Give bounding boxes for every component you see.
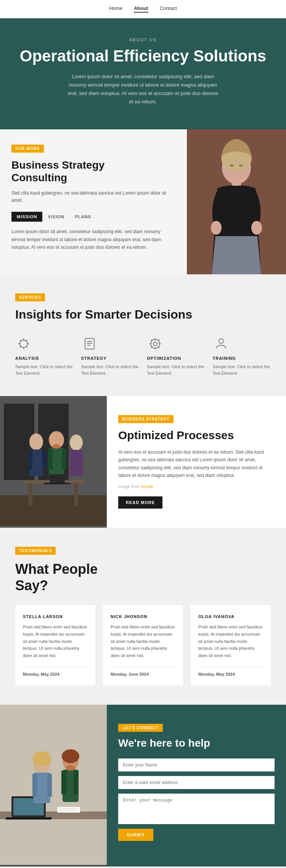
svg-point-3 bbox=[211, 221, 222, 235]
tab-mission[interactable]: MISSION bbox=[11, 212, 42, 222]
nav-home[interactable]: Home bbox=[109, 5, 122, 13]
message-input[interactable] bbox=[118, 794, 275, 824]
tab-vision[interactable]: VISION bbox=[42, 212, 69, 222]
contact-form: SUBMIT bbox=[118, 758, 275, 841]
submit-button[interactable]: SUBMIT bbox=[118, 829, 153, 841]
svg-point-41 bbox=[70, 435, 83, 451]
about-label: ABOUT US bbox=[11, 37, 275, 42]
service-strategy-desc: Sample text. Click to select the Text El… bbox=[81, 364, 140, 377]
svg-rect-34 bbox=[29, 450, 32, 469]
testimonial-text-2: Proin sed libero enim sed faucibus turpi… bbox=[198, 623, 263, 659]
hero-section: ABOUT US Operational Efficiency Solution… bbox=[0, 18, 286, 129]
svg-rect-31 bbox=[74, 483, 78, 506]
svg-line-15 bbox=[26, 340, 27, 341]
svg-point-4 bbox=[251, 221, 262, 235]
svg-rect-35 bbox=[42, 450, 46, 469]
svg-point-21 bbox=[153, 342, 157, 346]
service-training: TRAINING Sample text. Click to select th… bbox=[213, 335, 271, 377]
svg-rect-46 bbox=[0, 705, 107, 865]
services-badge: SERVICES bbox=[15, 293, 45, 301]
testimonials-badge: TESTIMONIALS bbox=[15, 547, 56, 555]
service-optimization-desc: Sample text. Click to select the Text El… bbox=[147, 364, 205, 377]
testimonial-date-1: Monday, June 2024 bbox=[111, 672, 175, 676]
services-title: Insights for Smarter Decisions bbox=[15, 308, 271, 322]
person-illustration bbox=[187, 129, 286, 274]
svg-point-7 bbox=[239, 164, 243, 167]
read-more-button[interactable]: READ MORE bbox=[118, 496, 162, 509]
our-work-content: OUR WORK Business Strategy Consulting St… bbox=[0, 129, 187, 274]
optimization-icon bbox=[147, 335, 164, 352]
svg-rect-44 bbox=[44, 483, 71, 484]
svg-rect-43 bbox=[50, 474, 65, 484]
name-input[interactable] bbox=[118, 758, 275, 771]
testimonial-date-2: Monday, May 2024 bbox=[198, 672, 263, 676]
svg-line-16 bbox=[20, 346, 21, 347]
svg-rect-17 bbox=[85, 338, 94, 349]
services-section: SERVICES Insights for Smarter Decisions … bbox=[0, 274, 286, 396]
testimonial-divider-0 bbox=[23, 667, 88, 667]
our-work-image bbox=[187, 129, 286, 274]
freepik-link[interactable]: freepik bbox=[141, 484, 153, 489]
contact-title: We're here to help bbox=[118, 737, 275, 749]
svg-point-61 bbox=[62, 749, 79, 763]
svg-line-14 bbox=[26, 346, 27, 347]
contact-content: LET'S CONNECT We're here to help SUBMIT bbox=[107, 705, 286, 866]
svg-point-60 bbox=[66, 765, 75, 771]
testimonial-card-0: STELLA LARSON Proin sed libero enim sed … bbox=[15, 605, 95, 685]
service-strategy: STRATEGY Sample text. Click to select th… bbox=[81, 335, 140, 377]
svg-rect-62 bbox=[57, 807, 80, 813]
contact-image bbox=[0, 705, 107, 866]
testimonial-name-1: NICK JHONSON bbox=[111, 614, 175, 619]
navigation: Home About Contact bbox=[0, 0, 286, 18]
our-work-tabs: MISSION VISION PLANS bbox=[11, 212, 175, 222]
testimonial-divider-2 bbox=[198, 667, 263, 667]
processes-description: At vero eos et accusam et justo duo dolo… bbox=[118, 448, 275, 480]
svg-rect-54 bbox=[47, 774, 52, 797]
processes-content: BUSINESS STRATEGY Optimized Processes At… bbox=[107, 396, 286, 528]
svg-point-22 bbox=[151, 339, 160, 348]
contact-section: LET'S CONNECT We're here to help SUBMIT bbox=[0, 705, 286, 866]
testimonial-date-0: Monday, May 2024 bbox=[23, 672, 88, 676]
contact-office-illustration bbox=[0, 705, 107, 865]
training-icon bbox=[213, 335, 230, 352]
service-training-desc: Sample text. Click to select the Text El… bbox=[213, 364, 271, 377]
svg-point-6 bbox=[230, 164, 234, 167]
testimonial-divider-1 bbox=[111, 667, 175, 667]
our-work-title: Business Strategy Consulting bbox=[11, 159, 175, 184]
service-optimization-label: OPTIMIZATION bbox=[147, 356, 205, 361]
lets-connect-badge: LET'S CONNECT bbox=[118, 724, 163, 732]
our-work-badge: OUR WORK bbox=[11, 145, 44, 153]
svg-rect-30 bbox=[29, 483, 32, 506]
service-optimization: OPTIMIZATION Sample text. Click to selec… bbox=[147, 335, 205, 377]
svg-rect-58 bbox=[61, 771, 66, 794]
testimonial-name-2: OLGA IVANOVA bbox=[198, 614, 263, 619]
processes-badge: BUSINESS STRATEGY bbox=[118, 415, 174, 423]
svg-rect-64 bbox=[59, 810, 74, 811]
svg-rect-28 bbox=[0, 495, 107, 526]
svg-point-55 bbox=[33, 751, 51, 767]
svg-rect-38 bbox=[48, 449, 53, 470]
processes-section: BUSINESS STRATEGY Optimized Processes At… bbox=[0, 396, 286, 528]
nav-contact[interactable]: Contact bbox=[160, 5, 177, 13]
hero-description: Lorem ipsum dolor sit amet, consetetur s… bbox=[67, 72, 219, 106]
analysis-icon bbox=[15, 335, 32, 352]
testimonials-section: TESTIMONIALS What People Say? STELLA LAR… bbox=[0, 528, 286, 705]
svg-point-23 bbox=[219, 339, 223, 343]
processes-title: Optimized Processes bbox=[118, 428, 275, 442]
hero-title: Operational Efficiency Solutions bbox=[11, 47, 275, 65]
testimonial-card-1: NICK JHONSON Proin sed libero enim sed f… bbox=[103, 605, 183, 685]
svg-rect-50 bbox=[6, 817, 51, 820]
service-analysis: ANALYSIS Sample text. Click to select th… bbox=[15, 335, 74, 377]
nav-about[interactable]: About bbox=[134, 5, 148, 13]
service-strategy-label: STRATEGY bbox=[81, 356, 140, 361]
processes-image-credit: Image from freepik bbox=[118, 483, 275, 490]
svg-rect-59 bbox=[74, 771, 79, 794]
svg-point-32 bbox=[29, 433, 43, 450]
svg-rect-39 bbox=[62, 449, 66, 470]
service-training-label: TRAINING bbox=[213, 356, 271, 361]
testimonial-text-1: Proin sed libero enim sed faucibus turpi… bbox=[111, 623, 175, 659]
email-input[interactable] bbox=[118, 776, 275, 789]
services-grid: ANALYSIS Sample text. Click to select th… bbox=[15, 335, 271, 377]
processes-image bbox=[0, 396, 107, 528]
tab-plans[interactable]: PLANS bbox=[70, 212, 96, 222]
